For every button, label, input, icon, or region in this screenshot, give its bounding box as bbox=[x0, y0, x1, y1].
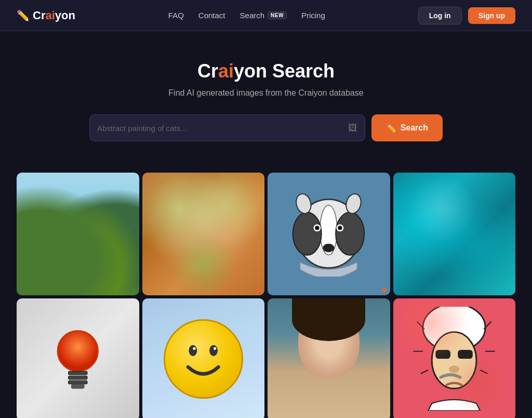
navbar: ✏️ Craiyon FAQ Contact Search NEW Pricin… bbox=[0, 0, 532, 31]
svg-line-26 bbox=[484, 322, 491, 329]
image-upload-icon[interactable]: 🖼 bbox=[348, 123, 357, 134]
grid-item-portrait[interactable] bbox=[268, 298, 390, 419]
search-input-container: 🖼 bbox=[89, 114, 365, 141]
search-button[interactable]: ✏️ Search bbox=[371, 114, 443, 141]
login-button[interactable]: Log in bbox=[418, 7, 462, 24]
grid-item-badger[interactable] bbox=[268, 173, 390, 295]
svg-rect-23 bbox=[458, 350, 473, 359]
svg-point-2 bbox=[293, 213, 322, 255]
svg-line-30 bbox=[480, 370, 487, 374]
svg-point-17 bbox=[209, 345, 218, 356]
grid-item-lightbulb[interactable] bbox=[17, 298, 139, 419]
pin-dot bbox=[382, 288, 386, 292]
search-bar: 🖼 ✏️ Search bbox=[89, 114, 443, 141]
grid-item-smiley[interactable] bbox=[142, 298, 265, 419]
grid-item-cocktails[interactable] bbox=[142, 173, 265, 295]
svg-point-16 bbox=[189, 345, 197, 356]
grid-item-aqua[interactable] bbox=[393, 173, 516, 295]
search-pencil-icon: ✏️ bbox=[386, 123, 396, 133]
svg-rect-14 bbox=[69, 381, 87, 384]
nav-search[interactable]: Search NEW bbox=[240, 11, 287, 20]
grid-item-landscape[interactable] bbox=[17, 173, 139, 295]
svg-point-19 bbox=[214, 347, 216, 350]
svg-point-4 bbox=[323, 244, 335, 252]
search-button-label: Search bbox=[401, 123, 428, 133]
svg-point-8 bbox=[338, 226, 342, 230]
svg-line-29 bbox=[421, 370, 428, 374]
nav-contact[interactable]: Contact bbox=[198, 11, 225, 20]
svg-point-20 bbox=[423, 307, 485, 351]
svg-point-21 bbox=[432, 332, 476, 389]
svg-rect-15 bbox=[71, 384, 85, 389]
image-grid-section bbox=[0, 162, 532, 418]
svg-point-18 bbox=[193, 347, 195, 350]
nav-links: FAQ Contact Search NEW Pricing bbox=[168, 11, 325, 20]
hero-title: Craiyon Search bbox=[10, 60, 522, 82]
nav-pricing[interactable]: Pricing bbox=[301, 11, 325, 20]
signup-button[interactable]: Sign up bbox=[468, 7, 515, 24]
image-grid bbox=[17, 173, 515, 418]
svg-point-3 bbox=[336, 213, 364, 255]
navbar-actions: Log in Sign up bbox=[418, 7, 515, 24]
new-badge: NEW bbox=[268, 11, 287, 19]
nav-faq[interactable]: FAQ bbox=[168, 11, 184, 20]
svg-point-7 bbox=[315, 226, 320, 230]
grid-item-einstein[interactable] bbox=[393, 298, 516, 419]
hero-section: Craiyon Search Find AI generated images … bbox=[0, 31, 532, 162]
hero-subtitle: Find AI generated images from the Craiyo… bbox=[10, 88, 522, 98]
search-input[interactable] bbox=[97, 124, 348, 133]
logo[interactable]: ✏️ Craiyon bbox=[17, 9, 75, 22]
logo-icon: ✏️ bbox=[17, 9, 30, 22]
pin-dot bbox=[256, 288, 260, 292]
svg-rect-13 bbox=[69, 376, 87, 380]
svg-point-24 bbox=[449, 365, 459, 373]
nav-search-label: Search bbox=[240, 11, 265, 20]
svg-point-11 bbox=[58, 331, 98, 372]
svg-rect-22 bbox=[435, 350, 450, 359]
svg-line-25 bbox=[417, 322, 424, 329]
logo-text: Craiyon bbox=[33, 9, 75, 22]
svg-rect-12 bbox=[69, 372, 87, 375]
